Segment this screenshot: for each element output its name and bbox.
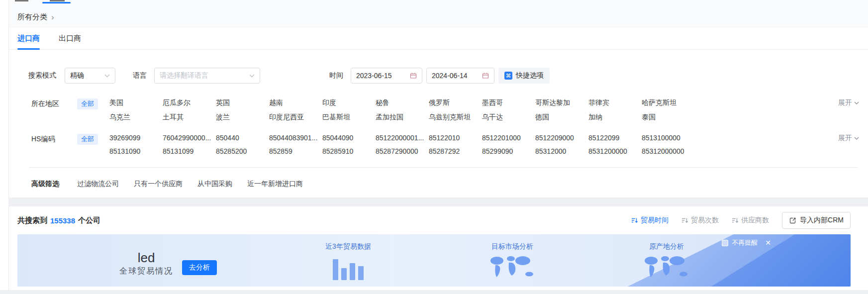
- hscode-item[interactable]: 85285910: [322, 147, 376, 155]
- hscode-expand-button[interactable]: 展开: [838, 134, 868, 143]
- language-placeholder: 请选择翻译语言: [160, 71, 208, 80]
- region-item[interactable]: 德国: [535, 113, 588, 122]
- advanced-option-new-importers[interactable]: 近一年新增进口商: [247, 180, 303, 189]
- hscode-item[interactable]: 76042990000...: [163, 134, 216, 142]
- results-count: 共搜索到 155338 个公司: [17, 216, 100, 225]
- dont-remind-checkbox[interactable]: [722, 240, 728, 246]
- calendar-icon: [410, 72, 417, 79]
- sort-icon: [681, 217, 688, 224]
- region-item[interactable]: 哈萨克斯坦: [642, 98, 695, 107]
- date-end-input[interactable]: 2024-06-14: [426, 68, 494, 84]
- hscode-item[interactable]: 85287292: [429, 147, 482, 155]
- region-item[interactable]: 巴基斯坦: [322, 113, 376, 122]
- hscode-item[interactable]: 85131099: [163, 147, 216, 155]
- feature-target-market: 目标市场分析: [475, 242, 550, 280]
- region-grid: 美国 厄瓜多尔 英国 越南 印度 秘鲁 俄罗斯 墨西哥 哥斯达黎加 菲律宾 哈萨…: [109, 98, 695, 122]
- hscode-item[interactable]: 85312000000: [642, 147, 695, 155]
- analyze-button[interactable]: 去分析: [182, 260, 217, 275]
- results-header: 共搜索到 155338 个公司 贸易时间 贸易次数 供应商数 导入内部CRM: [9, 206, 868, 234]
- region-expand-button[interactable]: 展开: [838, 98, 868, 107]
- hscode-item[interactable]: 85299090: [482, 147, 535, 155]
- region-item[interactable]: 波兰: [216, 113, 269, 122]
- region-item[interactable]: 印度尼西亚: [269, 113, 322, 122]
- region-item[interactable]: 厄瓜多尔: [163, 98, 216, 107]
- chevron-down-icon: [249, 74, 255, 78]
- feature-label: 目标市场分析: [491, 242, 533, 251]
- sort-icon: [732, 217, 739, 224]
- divider: [29, 167, 858, 168]
- close-icon[interactable]: ✕: [765, 239, 771, 247]
- hscode-item[interactable]: 8512201000: [482, 134, 535, 142]
- language-select[interactable]: 请选择翻译语言: [154, 68, 260, 84]
- hscode-item[interactable]: 85122000001...: [376, 134, 429, 142]
- feature-trade-data: 近3年贸易数据: [316, 242, 381, 280]
- world-map-graphic: [642, 254, 691, 280]
- sort-trade-time[interactable]: 贸易时间: [631, 216, 669, 225]
- analysis-banner: led 全球贸易情况 去分析 近3年贸易数据 目标市场分析 原产地分析: [17, 234, 851, 287]
- region-item[interactable]: 乌克兰: [109, 113, 163, 122]
- region-item[interactable]: 加纳: [588, 113, 642, 122]
- export-icon: [789, 217, 796, 224]
- tab-bar: 进口商 出口商: [9, 27, 868, 50]
- hscode-item[interactable]: 85122099: [588, 134, 642, 142]
- calendar-icon: [482, 72, 489, 79]
- command-icon: ⌘: [504, 72, 512, 80]
- region-all-tag[interactable]: 全部: [77, 98, 98, 109]
- region-item[interactable]: 墨西哥: [482, 98, 535, 107]
- sort-icon: [631, 217, 638, 224]
- hscode-item[interactable]: 85122010: [429, 134, 482, 142]
- hscode-item[interactable]: 85287290000: [376, 147, 429, 155]
- hscode-item[interactable]: 8512209000: [535, 134, 588, 142]
- region-item[interactable]: 哥斯达黎加: [535, 98, 588, 107]
- left-border-line: [8, 0, 9, 294]
- hscode-item[interactable]: 8531200000: [588, 147, 642, 155]
- hscode-item[interactable]: 85285200: [216, 147, 269, 155]
- region-item[interactable]: 土耳其: [163, 113, 216, 122]
- hscode-item[interactable]: 850440: [216, 134, 269, 142]
- search-mode-select[interactable]: 精确: [65, 68, 115, 84]
- import-crm-button[interactable]: 导入内部CRM: [782, 212, 851, 229]
- region-item[interactable]: 孟加拉国: [376, 113, 429, 122]
- region-item[interactable]: 美国: [109, 98, 163, 107]
- breadcrumb[interactable]: 所有分类 ›: [17, 12, 54, 22]
- hscode-item[interactable]: 85044090: [322, 134, 376, 142]
- region-item[interactable]: 乌干达: [482, 113, 535, 122]
- region-item[interactable]: 俄罗斯: [429, 98, 482, 107]
- world-map-graphic: [487, 254, 537, 280]
- chevron-right-icon: ›: [51, 13, 54, 21]
- region-item[interactable]: 泰国: [642, 113, 695, 122]
- keyword-summary: led 全球贸易情况: [119, 251, 173, 277]
- hscode-all-tag[interactable]: 全部: [77, 134, 98, 145]
- hscode-item[interactable]: 8513100000: [642, 134, 695, 142]
- region-item[interactable]: 秘鲁: [376, 98, 429, 107]
- hscode-item[interactable]: 39269099: [109, 134, 163, 142]
- quick-options-button[interactable]: ⌘ 快捷选项: [498, 68, 550, 84]
- region-item[interactable]: 越南: [269, 98, 322, 107]
- advanced-option-buy-from-china[interactable]: 从中国采购: [197, 180, 232, 189]
- dismiss-row: 不再提醒 ✕: [722, 238, 771, 247]
- tab-exporter[interactable]: 出口商: [59, 27, 81, 49]
- hscode-item[interactable]: 85131090: [109, 147, 163, 155]
- hscode-item[interactable]: 852859: [269, 147, 322, 155]
- bottom-gap: [0, 290, 868, 294]
- region-item[interactable]: 乌兹别克斯坦: [429, 113, 482, 122]
- hscode-item[interactable]: 85044083901...: [269, 134, 322, 142]
- region-item[interactable]: 英国: [216, 98, 269, 107]
- results-suffix: 个公司: [78, 216, 100, 225]
- breadcrumb-label: 所有分类: [17, 12, 47, 22]
- region-item[interactable]: 印度: [322, 98, 376, 107]
- hscode-grid: 39269099 76042990000... 850440 850440839…: [109, 134, 695, 155]
- sort-trade-count[interactable]: 贸易次数: [681, 216, 719, 225]
- advanced-option-filter-logistics[interactable]: 过滤物流公司: [77, 180, 119, 189]
- advanced-filter-label: 高级筛选: [31, 180, 59, 189]
- advanced-option-single-supplier[interactable]: 只有一个供应商: [134, 180, 183, 189]
- filter-row-basic: 搜索模式 精确 语言 请选择翻译语言 时间 2023-06-15 2024-06…: [9, 50, 868, 84]
- date-start-input[interactable]: 2023-06-15: [351, 68, 422, 84]
- tab-importer[interactable]: 进口商: [17, 27, 40, 49]
- region-item[interactable]: 菲律宾: [588, 98, 642, 107]
- filter-row-hscode: HS编码 全部 39269099 76042990000... 850440 8…: [9, 134, 868, 155]
- sort-supplier-count[interactable]: 供应商数: [732, 216, 769, 225]
- date-end-value: 2024-06-14: [432, 72, 468, 80]
- hscode-item[interactable]: 85312000: [535, 147, 588, 155]
- search-keyword: led: [138, 251, 155, 265]
